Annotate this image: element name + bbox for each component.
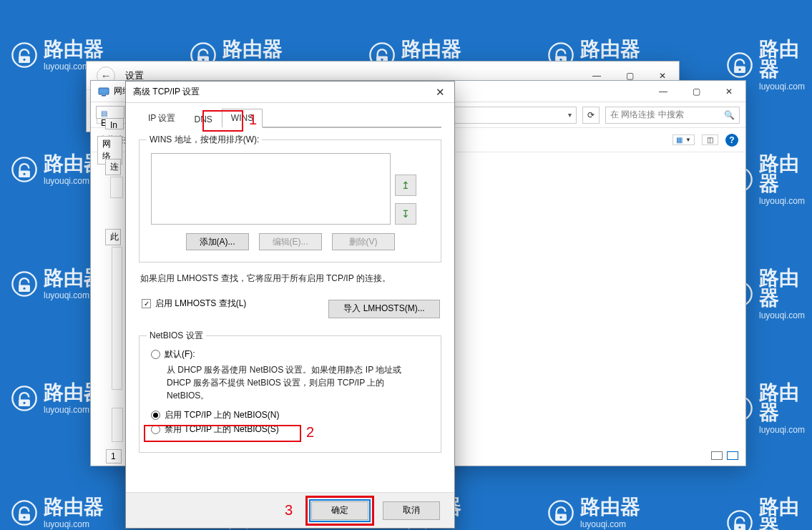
peek-this: 此: [105, 229, 121, 245]
peek-ethernet-title: ▤ Ethe: [96, 106, 124, 119]
watermark-title: 路由器: [759, 268, 812, 308]
radio-enable-label: 启用 TCP/IP 上的 NetBIOS(N): [165, 409, 279, 421]
router-lock-icon: [11, 385, 38, 412]
radio-default[interactable]: 默认(F):: [151, 348, 429, 360]
svg-rect-43: [19, 285, 30, 293]
minimize-button[interactable]: —: [647, 81, 680, 102]
checkbox-checked-icon[interactable]: ✓: [142, 299, 151, 308]
peek-conn: 连: [105, 159, 121, 175]
ethernet-icon: ▤: [101, 109, 107, 117]
svg-rect-75: [99, 88, 109, 94]
chevron-down-icon[interactable]: ▾: [568, 111, 572, 119]
svg-rect-4: [555, 514, 567, 521]
annotation-2: 2: [306, 424, 314, 441]
peek-list: [112, 247, 122, 390]
router-lock-icon: [11, 156, 38, 183]
watermark: 路由器luyouqi.com: [11, 497, 104, 529]
wins-legend: WINS 地址，按使用排序(W):: [147, 134, 262, 146]
dialog-footer: 3 确定 取消: [126, 492, 454, 528]
peek-icon-box: [110, 177, 123, 198]
svg-rect-58: [19, 171, 30, 178]
tabs: IP 设置 DNS WINS: [139, 107, 441, 127]
svg-rect-76: [102, 95, 106, 97]
watermark-title: 路由器: [759, 154, 812, 194]
annotation-box-3: 确定: [305, 496, 374, 526]
radio-icon[interactable]: [151, 425, 160, 434]
close-button[interactable]: ✕: [426, 82, 454, 102]
radio-icon[interactable]: [151, 350, 160, 359]
remove-button: 删除(V): [332, 233, 395, 250]
dialog-title: 高级 TCP/IP 设置: [133, 86, 200, 98]
router-lock-icon: [11, 270, 38, 298]
refresh-icon: ⟳: [587, 110, 595, 120]
svg-point-0: [728, 511, 751, 530]
watermark-title: 路由器: [580, 497, 640, 517]
annotation-1: 1: [249, 112, 257, 128]
nc-app-icon: [98, 86, 109, 97]
radio-default-desc: 从 DHCP 服务器使用 NetBIOS 设置。如果使用静态 IP 地址或 DH…: [167, 363, 410, 402]
move-down-button[interactable]: ↧: [395, 203, 416, 225]
router-lock-icon: [547, 499, 574, 526]
svg-point-14: [23, 516, 25, 519]
lmhosts-checkbox-row[interactable]: ✓ 启用 LMHOSTS 查找(L): [142, 298, 246, 310]
import-lmhosts-button[interactable]: 导入 LMHOSTS(M)...: [328, 300, 440, 318]
svg-point-74: [23, 59, 25, 61]
preview-pane-button[interactable]: ◫: [702, 134, 718, 145]
advanced-tcpip-dialog: 高级 TCP/IP 设置 ✕ IP 设置 DNS WINS 1 WINS 地址，…: [125, 81, 455, 529]
view-details-icon[interactable]: [711, 451, 723, 460]
move-up-button[interactable]: ↥: [395, 175, 416, 196]
svg-point-44: [23, 288, 25, 290]
edit-button: 编辑(E)...: [259, 233, 322, 250]
radio-selected-icon[interactable]: [151, 411, 160, 420]
svg-point-72: [12, 43, 36, 67]
svg-point-59: [23, 173, 25, 175]
search-placeholder: 在 网络连接 中搜索: [610, 109, 684, 121]
status-bar-icons: [711, 451, 738, 460]
peek-ipv-title: In: [105, 118, 124, 129]
add-button[interactable]: 添加(A)...: [186, 233, 249, 250]
watermark-sub: luyouqi.com: [759, 311, 812, 320]
annotation-3: 3: [285, 502, 293, 519]
svg-rect-28: [19, 400, 30, 407]
close-button[interactable]: ✕: [713, 81, 745, 102]
radio-disable-netbios[interactable]: 禁用 TCP/IP 上的 NetBIOS(S): [151, 423, 429, 436]
tab-ip-settings[interactable]: IP 设置: [139, 108, 185, 128]
ok-button[interactable]: 确定: [311, 501, 368, 520]
svg-point-57: [12, 157, 36, 181]
search-icon[interactable]: 🔍: [724, 110, 735, 120]
watermark-title: 路由器: [759, 497, 812, 530]
watermark-title: 路由器: [759, 39, 812, 79]
wins-address-list[interactable]: [151, 153, 391, 225]
svg-point-5: [559, 516, 562, 519]
watermark-title: 路由器: [222, 39, 283, 59]
view-large-icon[interactable]: [727, 451, 738, 460]
peek-blank1: [112, 408, 123, 442]
router-lock-icon: [726, 51, 753, 79]
svg-point-12: [12, 501, 36, 524]
svg-point-2: [738, 526, 740, 529]
tab-dns[interactable]: DNS: [185, 110, 221, 128]
router-lock-icon: [726, 509, 753, 530]
refresh-button[interactable]: ⟳: [582, 107, 600, 124]
radio-disable-label: 禁用 TCP/IP 上的 NetBIOS(S): [165, 423, 279, 436]
search-input[interactable]: 在 网络连接 中搜索 🔍: [605, 107, 740, 124]
svg-point-29: [23, 402, 25, 404]
peek-one: 1: [106, 449, 122, 463]
watermark-title: 路由器: [401, 39, 461, 59]
maximize-button[interactable]: ▢: [680, 81, 713, 102]
cancel-button[interactable]: 取消: [383, 501, 440, 520]
svg-rect-1: [734, 524, 745, 530]
help-icon[interactable]: ?: [725, 134, 738, 147]
watermark-sub: luyouqi.com: [580, 520, 640, 529]
svg-rect-61: [734, 67, 745, 74]
watermark-sub: luyouqi.com: [759, 82, 812, 91]
router-lock-icon: [11, 41, 38, 69]
watermark-sub: luyouqi.com: [759, 197, 812, 205]
watermark-sub: luyouqi.com: [44, 520, 104, 529]
radio-enable-netbios[interactable]: 启用 TCP/IP 上的 NetBIOS(N): [151, 409, 429, 421]
watermark-title: 路由器: [759, 383, 812, 423]
lmhosts-note: 如果启用 LMHOSTS 查找，它将应用于所有启用 TCP/IP 的连接。: [140, 273, 440, 285]
view-thumb-button[interactable]: ▦ ▼: [672, 134, 695, 145]
radio-default-label: 默认(F):: [165, 348, 195, 360]
svg-point-3: [549, 501, 572, 524]
